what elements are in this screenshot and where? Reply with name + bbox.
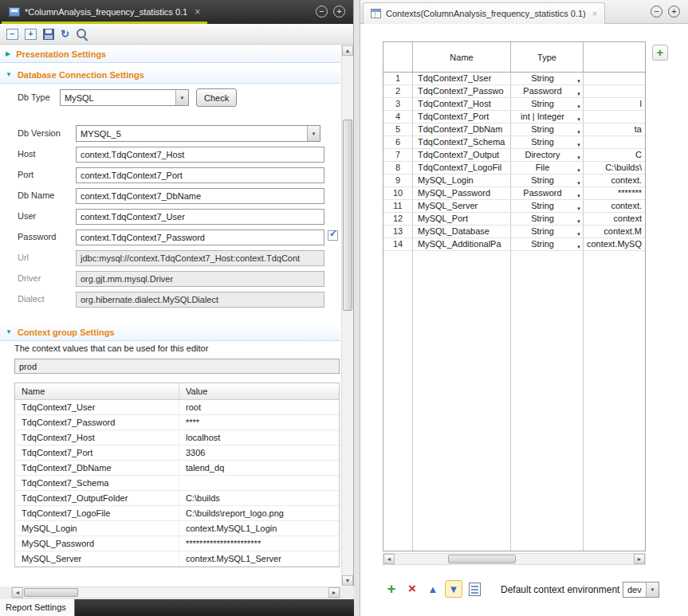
table-row[interactable]: 3TdqContext7_HostString▼l [383,98,645,111]
table-row[interactable]: TdqContext7_OutputFolderC:\builds [15,491,339,506]
variable-type-cell[interactable]: String▼ [511,124,584,135]
variable-value-cell[interactable]: context [584,213,645,225]
table-row[interactable]: 12MySQL_PortString▼context [383,213,645,226]
table-row[interactable]: TdqContext7_DbNametalend_dq [15,461,339,476]
chevron-down-icon[interactable]: ▼ [576,127,581,135]
scrollbar-thumb[interactable] [24,588,78,597]
chevron-down-icon[interactable]: ▼ [576,101,581,110]
variable-name-cell[interactable]: MySQL_Password [413,187,511,199]
close-icon[interactable]: × [592,9,597,18]
variable-type-cell[interactable]: String▼ [511,73,584,84]
table-row[interactable]: 4TdqContext7_Portint | Integer▼ [383,111,645,124]
scroll-right-button[interactable]: ► [634,554,645,564]
table-row[interactable]: 14MySQL_AdditionalPaString▼context.MySQ [383,238,645,251]
check-button[interactable]: Check [196,88,237,107]
variable-name-cell[interactable]: TdqContext7_LogoFil [413,162,511,174]
table-row[interactable]: TdqContext7_Schema [15,476,339,491]
chevron-down-icon[interactable]: ▼ [576,139,581,148]
delete-context-button[interactable]: × [403,580,421,598]
table-row[interactable]: 7TdqContext7_OutputDirectory▼C [383,149,645,162]
table-row[interactable]: 11MySQL_ServerString▼context. [383,200,645,213]
close-icon[interactable]: × [195,6,200,18]
chevron-down-icon[interactable]: ▼ [646,583,659,597]
table-row[interactable]: 2TdqContext7_PasswoPassword▼ [383,85,645,98]
variable-type-cell[interactable]: Directory▼ [511,149,584,161]
variable-value-cell[interactable]: context.MySQ [584,238,645,250]
variable-name-cell[interactable]: MySQL_Port [413,213,511,225]
variable-type-cell[interactable]: String▼ [511,238,584,250]
chevron-down-icon[interactable]: ▼ [576,88,581,97]
horizontal-scrollbar[interactable]: ◄ ► [11,587,340,598]
chevron-down-icon[interactable]: ▼ [307,126,320,141]
variable-name-cell[interactable]: TdqContext7_DbNam [413,124,511,135]
variable-value-cell[interactable]: context. [584,175,645,186]
variable-value-cell[interactable]: ta [584,124,645,135]
variable-type-cell[interactable]: Password▼ [511,85,584,97]
chevron-down-icon[interactable]: ▼ [175,90,188,105]
tab-report-settings[interactable]: Report Settings [0,599,75,616]
chevron-down-icon[interactable]: ▼ [576,229,581,237]
context-group-name-field[interactable] [14,359,340,374]
table-row[interactable]: 13MySQL_DatabaseString▼context.M [383,226,645,238]
variable-type-cell[interactable]: File▼ [511,162,584,174]
variable-name-cell[interactable]: TdqContext7_User [413,73,511,84]
refresh-icon[interactable]: ↻ [61,29,69,40]
variable-type-cell[interactable]: String▼ [511,226,584,237]
table-row[interactable]: 8TdqContext7_LogoFilFile▼C:\builds\ [383,162,645,175]
variable-value-cell[interactable] [584,73,645,84]
column-header-value[interactable]: Value [179,383,339,399]
column-header-name[interactable]: Name [413,42,511,72]
tab-analysis-editor[interactable]: *ColumnAnalysis_frequency_statistics 0.1… [2,0,207,24]
variable-value-cell[interactable]: C [584,149,645,161]
table-row[interactable]: TdqContext7_Userroot [15,400,339,415]
variable-value-cell[interactable]: ******* [584,187,645,199]
scroll-right-button[interactable]: ► [328,587,340,598]
table-row[interactable]: 9MySQL_LoginString▼context. [383,175,645,187]
variable-name-cell[interactable]: MySQL_AdditionalPa [413,238,511,250]
chevron-down-icon[interactable]: ▼ [576,178,581,186]
table-row[interactable]: TdqContext7_Hostlocalhost [15,430,339,445]
password-input[interactable] [76,230,324,245]
table-row[interactable]: MySQL_Servercontext.MySQL1_Server [15,551,339,567]
variable-type-cell[interactable]: String▼ [511,213,584,225]
db-version-select[interactable]: MYSQL_5 ▼ [76,125,320,142]
table-row[interactable]: TdqContext7_Port3306 [15,445,339,461]
variable-name-cell[interactable]: MySQL_Login [413,175,511,186]
variable-value-cell[interactable]: C:\builds\ [584,162,645,174]
scroll-up-button[interactable]: ▲ [342,45,353,56]
variable-value-cell[interactable] [584,111,645,123]
import-context-button[interactable] [466,580,483,598]
column-header-value[interactable] [584,42,645,72]
table-row[interactable]: TdqContext7_Password**** [15,415,339,430]
table-row[interactable]: MySQL_Password********************** [15,536,339,551]
scrollbar-thumb[interactable] [448,555,516,563]
minimize-button[interactable]: − [316,6,328,18]
chevron-down-icon[interactable]: ▼ [6,71,12,78]
move-down-button[interactable]: ▼ [445,580,462,598]
variable-type-cell[interactable]: String▼ [511,175,584,186]
minimize-button[interactable]: − [651,6,662,18]
variable-type-cell[interactable]: String▼ [511,200,584,212]
scroll-down-button[interactable]: ▼ [342,575,353,586]
variable-name-cell[interactable]: MySQL_Database [413,226,511,237]
variable-type-cell[interactable]: String▼ [511,136,584,148]
save-icon[interactable] [43,29,54,40]
table-row[interactable]: 1TdqContext7_UserString▼ [383,73,645,85]
vertical-scrollbar[interactable]: ▲ ▼ [341,45,353,586]
zoom-icon[interactable] [76,28,88,41]
table-row[interactable]: 10MySQL_PasswordPassword▼******* [383,187,645,200]
collapse-all-icon[interactable]: − [6,29,18,40]
chevron-down-icon[interactable]: ▼ [576,152,581,161]
user-input[interactable] [76,209,324,225]
variable-value-cell[interactable]: context. [584,200,645,212]
port-input[interactable] [76,167,324,183]
db-type-select[interactable]: MySQL ▼ [60,89,189,106]
column-header-name[interactable]: Name [15,383,179,399]
chevron-down-icon[interactable]: ▼ [576,203,581,212]
variable-value-cell[interactable]: l [584,98,645,110]
variable-value-cell[interactable] [584,136,645,148]
variable-value-cell[interactable]: context.M [584,226,645,237]
maximize-button[interactable]: + [668,6,680,18]
variable-value-cell[interactable] [584,85,645,97]
section-database-connection-settings[interactable]: ▼ Database Connection Settings [0,66,340,84]
